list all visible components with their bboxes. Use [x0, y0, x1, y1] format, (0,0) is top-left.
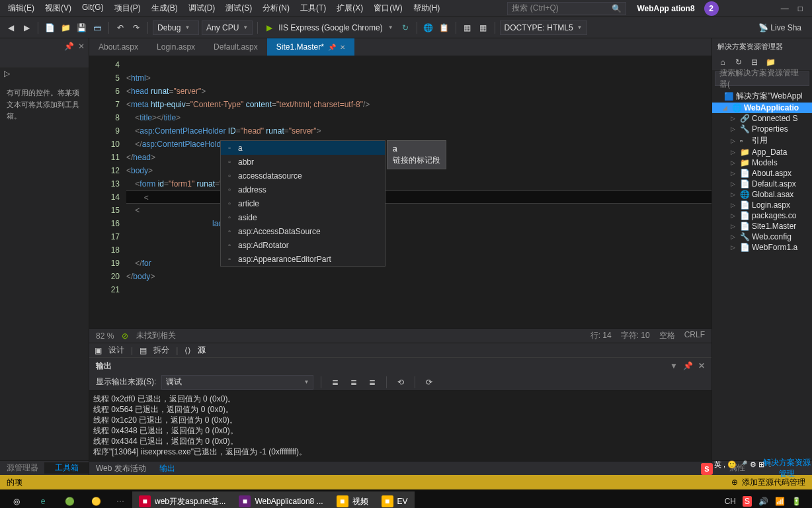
tree-node[interactable]: ▷📄Login.aspx [712, 200, 812, 210]
intellisense-item[interactable]: ▫address [221, 183, 385, 196]
taskbar-app[interactable]: ■EV [375, 491, 415, 508]
source-tab[interactable]: 源 [198, 345, 206, 356]
search-box[interactable]: 搜索 (Ctrl+Q) 🔍 [507, 2, 626, 15]
out-icon1[interactable]: ≣ [329, 376, 342, 389]
zoom-level[interactable]: 82 % [96, 331, 114, 341]
collapse-icon[interactable]: ⊟ [748, 56, 761, 69]
menu-item[interactable]: 生成(B) [146, 3, 183, 14]
nav-fwd-icon[interactable]: ▶ [20, 21, 33, 34]
intellisense-item[interactable]: ▫asp:AccessDataSource [221, 224, 385, 238]
new-icon[interactable]: 📄 [43, 21, 56, 34]
tree-node[interactable]: ▷🔧Web.config [712, 232, 812, 242]
redo-icon[interactable]: ↷ [130, 21, 143, 34]
menu-item[interactable]: 工具(T) [295, 3, 331, 14]
intellisense-item[interactable]: ▫accessdatasource [221, 169, 385, 183]
pin-icon[interactable]: 📌 [683, 361, 693, 370]
chrome-icon[interactable]: 🟢 [57, 491, 82, 508]
tree-node[interactable]: ▷▫引用 [712, 134, 812, 147]
tree-node[interactable]: ▷🌐Global.asax [712, 189, 812, 200]
grid2-icon[interactable]: ▦ [477, 21, 490, 34]
pin-icon[interactable]: 📌 [64, 42, 74, 51]
taskbar-app[interactable]: ■视频 [330, 491, 375, 508]
menu-item[interactable]: 视图(V) [40, 3, 77, 14]
edge-icon[interactable]: e [30, 491, 56, 508]
open-icon[interactable]: 📁 [59, 21, 72, 34]
menu-item[interactable]: 扩展(X) [331, 3, 368, 14]
tree-node[interactable]: ▷📄WebForm1.a [712, 242, 812, 253]
solution-tree[interactable]: 🟦解决方案"WebAppl◢🌐WebApplicatio▷🔗Connected … [712, 87, 812, 460]
tree-node[interactable]: ◢🌐WebApplicatio [712, 103, 812, 113]
platform-combo[interactable]: Any CPU▼ [202, 21, 253, 35]
user-badge[interactable]: 2 [704, 1, 719, 16]
close-icon[interactable]: ✕ [698, 361, 705, 370]
editor-tab[interactable]: About.aspx [89, 38, 147, 56]
browser-icon[interactable]: 🌐 [422, 21, 435, 34]
home-icon[interactable]: ⌂ [716, 56, 729, 69]
app2-icon[interactable]: ⋯ [110, 491, 131, 508]
dropdown-icon[interactable]: ▼ [670, 361, 678, 370]
intellisense-item[interactable]: ▫abbr [221, 155, 385, 169]
grid1-icon[interactable]: ▦ [461, 21, 474, 34]
editor-tab[interactable]: Default.aspx [204, 38, 267, 56]
doc-icon[interactable]: 📋 [438, 21, 451, 34]
start-button[interactable]: ◎ [4, 491, 29, 508]
taskbar-app[interactable]: ■WebApplication8 ... [232, 491, 329, 508]
menu-item[interactable]: 分析(N) [257, 3, 295, 14]
menu-item[interactable]: Git(G) [77, 3, 109, 12]
ime-badge[interactable]: S [701, 463, 713, 475]
doctype-combo[interactable]: DOCTYPE: HTML5▼ [500, 21, 587, 35]
run-target[interactable]: IIS Express (Google Chrome) [278, 23, 382, 32]
intellisense-popup[interactable]: ▫a▫abbr▫accessdatasource▫address▫article… [220, 140, 386, 267]
out-icon2[interactable]: ≣ [347, 376, 360, 389]
tree-node[interactable]: ▷🔧Properties [712, 124, 812, 134]
menu-item[interactable]: 项目(P) [109, 3, 146, 14]
sync-icon[interactable]: ↻ [732, 56, 745, 69]
save-icon[interactable]: 💾 [75, 21, 88, 34]
saveall-icon[interactable]: 🗃 [91, 21, 104, 34]
design-tab[interactable]: 设计 [108, 345, 124, 356]
app-icon[interactable]: 🟡 [83, 491, 108, 508]
tree-node[interactable]: ▷🔗Connected S [712, 113, 812, 124]
intellisense-item[interactable]: ▫a [221, 141, 385, 155]
tab-output[interactable]: 输出 [159, 463, 175, 474]
intellisense-item[interactable]: ▫aside [221, 210, 385, 224]
play-icon[interactable]: ▶ [263, 21, 276, 34]
nav-back-icon[interactable]: ◀ [4, 21, 17, 34]
tree-node[interactable]: ▷📁App_Data [712, 147, 812, 157]
code-area[interactable]: <html><head runat="server"><meta http-eq… [126, 56, 711, 328]
editor-tab[interactable]: Login.aspx [147, 38, 204, 56]
tab-webpublish[interactable]: Web 发布活动 [96, 463, 146, 474]
tab-server[interactable]: 源管理器 [0, 462, 44, 474]
close-icon[interactable]: ✕ [78, 42, 85, 51]
menu-item[interactable]: 帮助(H) [408, 3, 446, 14]
out-wrap-icon[interactable]: ⟲ [394, 376, 407, 389]
split-tab[interactable]: 拆分 [153, 345, 169, 356]
intellisense-item[interactable]: ▫article [221, 196, 385, 210]
menu-item[interactable]: 测试(S) [220, 3, 257, 14]
system-tray[interactable]: CHS 🔊📶🔋 [725, 496, 808, 507]
tree-node[interactable]: ▷📄Default.aspx [712, 179, 812, 189]
tree-node[interactable]: ▷📄packages.co [712, 210, 812, 221]
editor-tab[interactable]: Site1.Master* 📌 ✕ [267, 38, 354, 56]
tree-node[interactable]: ▷📁Models [712, 157, 812, 168]
tree-node[interactable]: ▷📄About.aspx [712, 168, 812, 179]
showall-icon[interactable]: 📁 [764, 56, 777, 69]
menu-item[interactable]: 窗口(W) [368, 3, 407, 14]
undo-icon[interactable]: ↶ [114, 21, 127, 34]
liveshare-button[interactable]: 📡 Live Sha [758, 23, 808, 32]
menu-item[interactable]: 编辑(E) [3, 3, 40, 14]
tree-node[interactable]: ▷📄Site1.Master [712, 221, 812, 232]
intellisense-item[interactable]: ▫asp:AppearanceEditorPart [221, 252, 385, 266]
tab-toolbox[interactable]: 工具箱 [44, 462, 89, 474]
intellisense-item[interactable]: ▫asp:AdRotator [221, 238, 385, 252]
taskbar-app[interactable]: ■web开发asp.net基... [132, 491, 232, 508]
maximize-icon[interactable]: □ [798, 4, 803, 13]
config-combo[interactable]: Debug▼ [153, 21, 199, 35]
output-body[interactable]: 线程 0x2df0 已退出，返回值为 0 (0x0)。线程 0x564 已退出，… [89, 391, 711, 462]
solution-search[interactable]: 搜索解决方案资源管理器( [715, 71, 809, 86]
tree-node[interactable]: 🟦解决方案"WebAppl [712, 90, 812, 103]
out-icon3[interactable]: ≣ [366, 376, 379, 389]
out-clear-icon[interactable]: ⟳ [423, 376, 436, 389]
source-control-link[interactable]: 添加至源代码管理 [742, 477, 805, 488]
minimize-icon[interactable]: — [781, 4, 789, 13]
